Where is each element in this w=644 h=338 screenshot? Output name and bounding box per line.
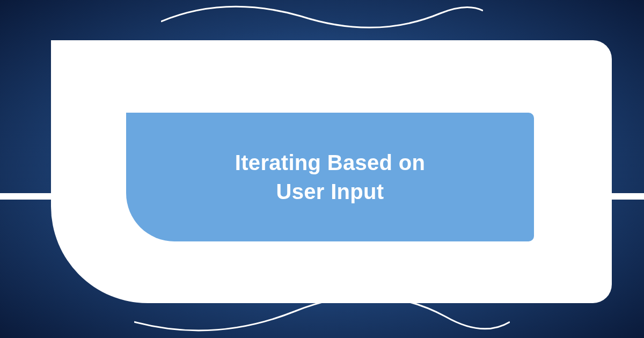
inner-blue-panel: Iterating Based on User Input [126, 113, 534, 241]
title-line-2: User Input [276, 180, 384, 203]
title-line-1: Iterating Based on [235, 151, 425, 174]
decorative-line-right [612, 193, 644, 200]
main-title: Iterating Based on User Input [235, 148, 425, 206]
decorative-line-left [0, 193, 54, 200]
